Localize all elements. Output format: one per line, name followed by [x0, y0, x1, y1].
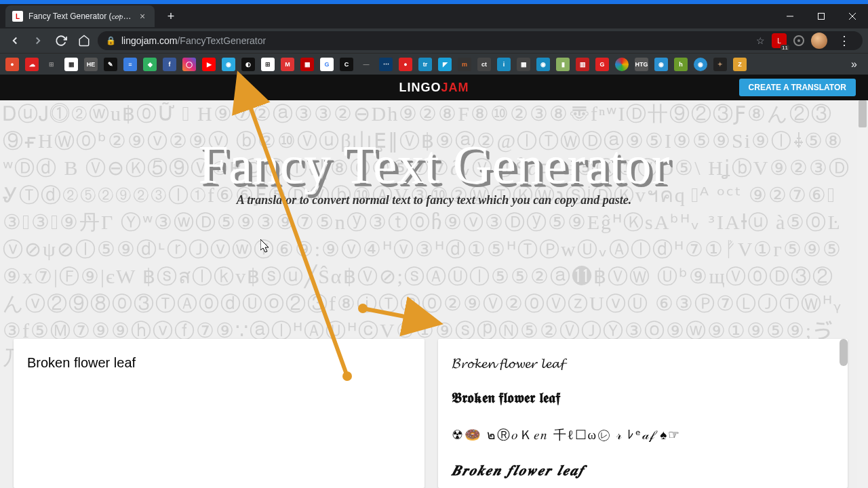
tab-strip: L Fancy Text Generator (𝓬𝓸𝓹𝔂 𝓪𝓷 × + — [0, 4, 868, 28]
page-scrollbar-thumb[interactable] — [859, 100, 867, 127]
bookmark-facebook-icon[interactable]: f — [163, 58, 176, 71]
bookmark-icon[interactable]: ◆ — [143, 58, 157, 71]
hero: Fancy Text Generator A translator to con… — [0, 100, 868, 207]
home-button[interactable] — [75, 31, 94, 50]
svg-rect-1 — [818, 14, 825, 20]
url-input[interactable]: 🔒 lingojam.com/FancyTextGenerator ☆ L11 … — [98, 31, 863, 50]
site-header: LINGOJAM CREATE A TRANSLATOR — [0, 75, 868, 100]
tab-favicon: L — [12, 11, 23, 22]
create-translator-button[interactable]: CREATE A TRANSLATOR — [739, 79, 856, 96]
maximize-button[interactable] — [806, 4, 837, 28]
output-variant[interactable]: 𝓑𝓻𝓸𝓴𝓮𝓷 𝓯𝓵𝓸𝔀𝓮𝓻 𝓵𝓮𝓪𝓯 — [452, 355, 835, 372]
forward-button[interactable] — [28, 31, 47, 50]
bookmarks-bar: ● ☁ ⊞ ▦ HE ✎ ≡ ◆ f ◯ ▶ ◉ ◐ ⊞ M ▦ G C — ⋯… — [0, 53, 868, 75]
bookmark-icon[interactable]: ◤ — [438, 58, 452, 71]
new-tab-button[interactable]: + — [161, 7, 180, 26]
url-path: /FancyTextGenerator — [177, 35, 266, 46]
back-button[interactable] — [5, 31, 24, 50]
minimize-button[interactable] — [774, 4, 806, 28]
url-host: lingojam.com — [121, 35, 177, 46]
bookmark-icon[interactable] — [615, 58, 629, 71]
bookmark-icon[interactable]: ◐ — [241, 58, 255, 71]
bookmark-icon[interactable]: ▦ — [517, 58, 530, 71]
page-title: Fancy Text Generator — [0, 134, 868, 196]
bookmark-icon[interactable]: ▦ — [300, 58, 314, 71]
bookmark-youtube-icon[interactable]: ▶ — [202, 58, 216, 71]
bookmark-icon[interactable]: ⊞ — [45, 58, 58, 71]
bookmark-icon[interactable]: HTG — [635, 58, 648, 71]
window-close-button[interactable] — [837, 4, 868, 28]
bookmark-icon[interactable]: HE — [84, 58, 98, 71]
page-viewport: LINGOJAM CREATE A TRANSLATOR ᎠⓤᎫ⓵②ⓦu฿⓪Ữ … — [0, 75, 868, 488]
bookmark-icon[interactable]: — — [359, 58, 373, 71]
input-panel — [14, 339, 425, 488]
page-subtitle: A translator to convert normal text to f… — [0, 193, 868, 207]
bookmark-icon[interactable]: m — [458, 58, 471, 71]
browser-menu-button[interactable]: ⋮ — [834, 33, 854, 48]
lock-icon: 🔒 — [106, 36, 116, 45]
output-variant[interactable]: ☢🍩 ๒Ⓡ𝑜Ｋ𝑒𝑛 千ℓ☐ω㋹ 𝓇 ﾚᵉ𝒶𝒻 ♠☞ — [452, 424, 835, 445]
bookmark-google-icon[interactable]: G — [320, 58, 334, 71]
bookmark-icon[interactable]: ◉ — [222, 58, 235, 71]
text-input[interactable] — [27, 355, 411, 386]
bookmark-icon[interactable]: tr — [418, 58, 432, 71]
site-logo[interactable]: LINGOJAM — [399, 81, 469, 95]
bookmark-gmail-icon[interactable]: M — [281, 58, 294, 71]
browser-tab[interactable]: L Fancy Text Generator (𝓬𝓸𝓹𝔂 𝓪𝓷 × — [5, 5, 155, 27]
extension-icon[interactable] — [793, 35, 804, 46]
bookmark-icon[interactable]: ◉ — [654, 58, 668, 71]
bookmark-icon[interactable]: ● — [399, 58, 412, 71]
bookmark-icon[interactable]: ▥ — [576, 58, 589, 71]
bookmark-icon[interactable]: ⋯ — [379, 58, 393, 71]
bookmark-icon[interactable]: h — [674, 58, 688, 71]
tab-title: Fancy Text Generator (𝓬𝓸𝓹𝔂 𝓪𝓷 — [28, 12, 132, 21]
close-icon[interactable]: × — [137, 11, 148, 22]
output-variant[interactable]: 𝕭𝖗𝖔𝖐𝖊𝖓 𝖋𝖑𝖔𝖜𝖊𝖗 𝖑𝖊𝖆𝖋 — [452, 390, 835, 407]
bookmark-icon[interactable]: ⊞ — [261, 58, 275, 71]
bookmark-icon[interactable]: Z — [733, 58, 747, 71]
page-scrollbar[interactable] — [857, 100, 868, 488]
bookmark-icon[interactable]: ✦ — [713, 58, 727, 71]
output-panel: 𝓑𝓻𝓸𝓴𝓮𝓷 𝓯𝓵𝓸𝔀𝓮𝓻 𝓵𝓮𝓪𝓯 𝕭𝖗𝖔𝖐𝖊𝖓 𝖋𝖑𝖔𝖜𝖊𝖗 𝖑𝖊𝖆𝖋 ☢🍩… — [438, 339, 848, 488]
output-variant[interactable]: 𝑩𝒓𝒐𝒌𝒆𝒏 𝒇𝒍𝒐𝒘𝒆𝒓 𝒍𝒆𝒂𝒇 — [452, 462, 835, 479]
bookmark-icon[interactable]: ◉ — [694, 58, 707, 71]
panel-scrollbar-thumb[interactable] — [840, 339, 848, 366]
bookmark-icon[interactable]: ◉ — [536, 58, 550, 71]
bookmarks-overflow-button[interactable]: » — [846, 58, 863, 70]
bookmark-icon[interactable]: ▦ — [64, 58, 78, 71]
bookmark-icon[interactable]: ✎ — [104, 58, 117, 71]
reload-button[interactable] — [52, 31, 71, 50]
bookmark-icon[interactable]: ☁ — [25, 58, 39, 71]
bookmark-icon[interactable]: i — [497, 58, 511, 71]
bookmark-icon[interactable]: C — [340, 58, 353, 71]
bookmark-star-icon[interactable]: ☆ — [756, 35, 765, 46]
extension-lastpass-icon[interactable]: L11 — [772, 33, 787, 48]
bookmark-icon[interactable]: ct — [477, 58, 491, 71]
bookmark-icon[interactable]: ▮ — [556, 58, 570, 71]
bookmark-instagram-icon[interactable]: ◯ — [182, 58, 196, 71]
address-bar: 🔒 lingojam.com/FancyTextGenerator ☆ L11 … — [0, 28, 868, 53]
profile-avatar[interactable] — [811, 33, 827, 49]
bookmark-icon[interactable]: G — [595, 58, 609, 71]
bookmark-icon[interactable]: ● — [5, 58, 19, 71]
bookmark-icon[interactable]: ≡ — [123, 58, 137, 71]
